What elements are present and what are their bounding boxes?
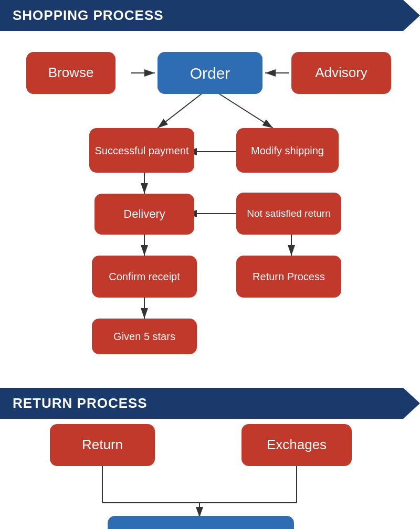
return-node: Return <box>50 424 155 466</box>
shopping-process-header: SHOPPING PROCESS <box>0 0 420 31</box>
advisory-node: Advisory <box>291 52 391 94</box>
exchanges-node: Exchages <box>242 424 352 466</box>
confirm-receipt-node: Confirm receipt <box>92 256 197 298</box>
delivery-node: Delivery <box>94 194 194 235</box>
modify-shipping-node: Modify shipping <box>236 128 339 173</box>
svg-line-5 <box>215 91 273 128</box>
svg-line-4 <box>158 91 205 128</box>
return-process-header: RETURN PROCESS <box>0 388 420 419</box>
given-5-stars-node: Given 5 stars <box>92 319 197 354</box>
submit-online-node: Submit an online application <box>108 516 294 529</box>
successful-payment-node: Successful payment <box>89 128 194 173</box>
return-process-node: Return Process <box>236 256 341 298</box>
order-node: Order <box>158 52 262 94</box>
browse-node: Browse <box>26 52 116 94</box>
not-satisfied-return-node: Not satisfied return <box>236 193 341 235</box>
